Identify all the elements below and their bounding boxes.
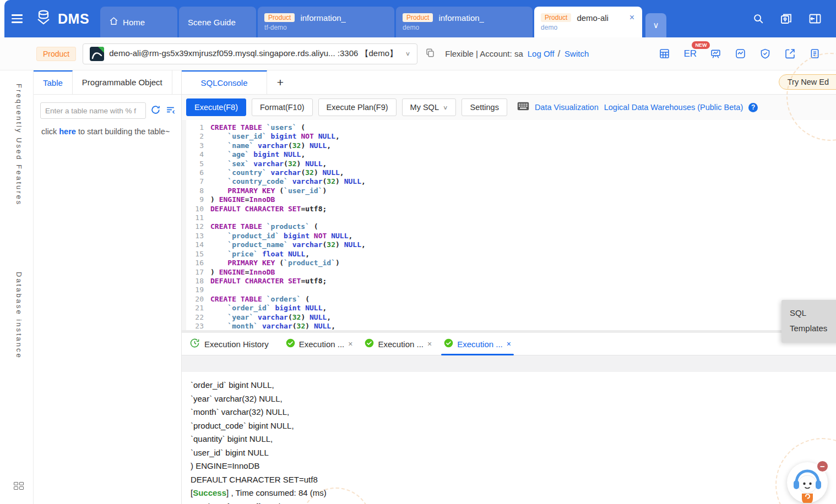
table-search-input[interactable]	[40, 102, 146, 119]
line-number: 17	[186, 268, 204, 277]
tab-table-label: Table	[43, 78, 63, 87]
table-grid-icon[interactable]	[659, 48, 670, 59]
security-shield-icon[interactable]	[759, 48, 771, 59]
code-token: InnoDB	[249, 268, 275, 276]
code-token: `orders`	[267, 295, 301, 303]
line-number: 14	[186, 240, 204, 249]
tabs-dropdown-button[interactable]: ∨	[645, 13, 666, 37]
rail-frequently-used[interactable]: Frequently Used Features	[15, 84, 23, 206]
code-token	[210, 232, 227, 240]
code-token	[327, 232, 331, 240]
monitor-chart-icon[interactable]	[735, 48, 746, 59]
code-token	[210, 304, 227, 312]
search-icon[interactable]	[752, 13, 764, 25]
my-sql-dropdown[interactable]: My SQL ∨	[402, 98, 457, 116]
sql-editor[interactable]: 1234567891011121314151617181920212223 CR…	[182, 120, 836, 330]
refresh-icon[interactable]	[150, 105, 161, 117]
execution-output: `order_id` bigint NULL,`year` varchar(32…	[182, 372, 836, 504]
log-off-link[interactable]: Log Off	[528, 49, 555, 58]
app-title: DMS	[58, 11, 89, 27]
tab-sqlconsole[interactable]: SQLConsole	[182, 70, 267, 94]
code-token: =utf8;	[301, 205, 327, 213]
tab-product-demo-ali[interactable]: Productdemo-ali×demo	[534, 7, 642, 37]
product-tab-database: demo	[403, 24, 419, 31]
filter-list-icon[interactable]	[165, 105, 176, 117]
tab-product-information_[interactable]: Productinformation_tf-demo	[258, 7, 394, 37]
database-selector[interactable]: demo-ali@rm-gs5x39xmjruszf059.mysql.sing…	[83, 43, 417, 64]
minimize-chat-badge[interactable]: −	[816, 460, 829, 473]
code-line: ) ENGINE=InnoDB	[210, 195, 836, 204]
switch-link[interactable]: Switch	[564, 49, 589, 58]
close-icon[interactable]: ×	[628, 13, 636, 23]
keyboard-shortcuts-icon[interactable]	[517, 102, 529, 113]
code-token: `product_name`	[227, 240, 288, 249]
code-token: )	[210, 268, 219, 276]
code-token: varchar	[271, 168, 301, 177]
close-icon[interactable]: ×	[507, 339, 511, 348]
help-icon[interactable]: ?	[748, 103, 758, 112]
collapse-panel-icon[interactable]	[808, 12, 822, 25]
editor-code[interactable]: CREATE TABLE `users` ( `user_id` bigint …	[204, 123, 836, 330]
execute-plan-button[interactable]: Execute Plan(F9)	[318, 98, 397, 116]
sql-template-button[interactable]: SQL Templates	[781, 300, 836, 343]
link-separator: /	[558, 49, 560, 59]
execute-button[interactable]: Execute(F8)	[186, 98, 246, 116]
tab-table[interactable]: Table	[34, 70, 73, 94]
sql-toolbar: Execute(F8) Format(F10) Execute Plan(F9)…	[182, 95, 836, 120]
code-token	[310, 232, 314, 240]
export-icon[interactable]	[784, 48, 796, 59]
tab-home[interactable]: Home	[100, 7, 177, 37]
code-token	[210, 187, 227, 195]
execution-result-tab-3[interactable]: Execution ...×	[438, 333, 517, 355]
apps-grid-icon[interactable]	[14, 482, 24, 490]
sql-console-panel: SQLConsole + Try New Ed Execute(F8) Form…	[182, 70, 836, 504]
try-new-editor-button[interactable]: Try New Ed	[779, 74, 836, 90]
code-token: ,	[323, 304, 327, 312]
line-number: 2	[186, 132, 204, 141]
code-token	[253, 313, 258, 321]
code-token: )	[297, 160, 306, 168]
hint-here-link[interactable]: here	[59, 127, 76, 136]
data-visualization-link[interactable]: Data Visualization	[535, 103, 599, 112]
code-token: NULL	[310, 313, 327, 321]
er-diagram-button[interactable]: ER NEW	[683, 48, 697, 59]
instances-gallery-icon[interactable]	[780, 12, 793, 25]
dashboard-chart-icon[interactable]	[710, 48, 721, 59]
dms-logo[interactable]: DMS	[30, 0, 100, 37]
settings-button[interactable]: Settings	[462, 98, 507, 116]
execution-result-tab-2[interactable]: Execution ...×	[359, 333, 438, 355]
format-button[interactable]: Format(F10)	[252, 98, 313, 116]
execution-tab-label: Execution ...	[299, 339, 345, 349]
copy-icon[interactable]	[425, 48, 435, 60]
tab-programmable-object[interactable]: Programmable Object	[73, 70, 172, 94]
output-success-line: [Success] , Time consumed: 84 (ms)	[191, 486, 836, 500]
tab-scene-guide[interactable]: Scene Guide	[179, 7, 256, 37]
code-token: NULL	[323, 168, 340, 177]
panel-divider[interactable]	[182, 355, 836, 372]
menu-icon[interactable]	[4, 0, 30, 37]
code-token	[314, 132, 318, 140]
execution-result-tab-1[interactable]: Execution ...×	[280, 333, 359, 355]
chatbot-avatar[interactable]: −	[787, 462, 828, 503]
close-icon[interactable]: ×	[348, 339, 352, 348]
code-token: PRIMARY KEY	[227, 259, 275, 267]
tab-product-information_[interactable]: Productinformation_demo	[396, 7, 533, 37]
code-token: )	[301, 313, 310, 321]
new-console-tab-button[interactable]: +	[267, 70, 294, 94]
code-token	[210, 240, 227, 249]
code-token: ENGINE	[219, 195, 245, 204]
code-token: `month`	[227, 322, 258, 330]
chevron-down-icon: ∨	[405, 51, 411, 57]
logical-data-warehouses-link[interactable]: Logical Data Warehouses (Public Beta)	[604, 103, 743, 112]
code-token: `year`	[227, 313, 253, 321]
close-icon[interactable]: ×	[427, 339, 432, 348]
execution-history-button[interactable]: Execution History	[189, 338, 269, 350]
top-navbar: DMS Home Scene Guide Productinformation_…	[4, 0, 836, 37]
code-token	[210, 150, 227, 158]
dms-logo-icon	[34, 8, 53, 29]
rail-database-instance[interactable]: Database instance	[15, 272, 23, 359]
line-number: 11	[186, 213, 204, 222]
document-list-icon[interactable]	[809, 48, 821, 59]
code-line: `age` bigint NULL,	[210, 150, 836, 159]
main-body: Frequently Used Features Database instan…	[0, 70, 836, 504]
